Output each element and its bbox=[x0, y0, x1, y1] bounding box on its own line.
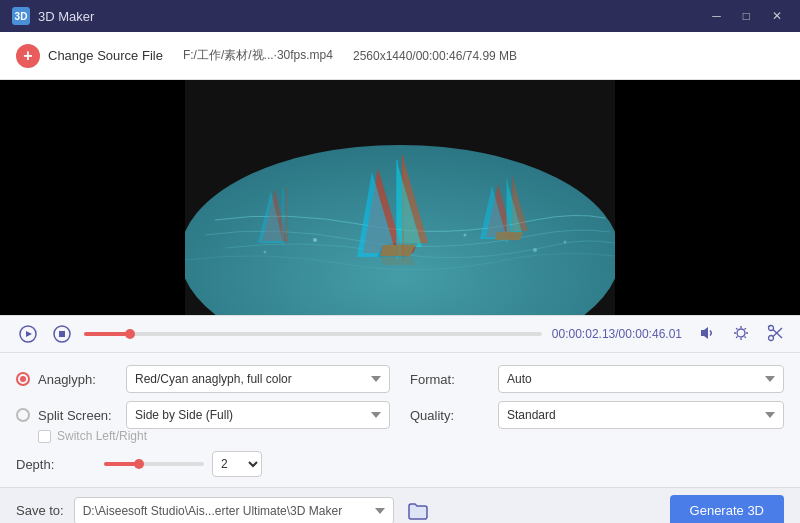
app-title: 3D Maker bbox=[38, 9, 94, 24]
svg-point-26 bbox=[464, 234, 467, 237]
quality-row: Quality: Standard bbox=[410, 401, 784, 429]
controls-area: Anaglyph: Red/Cyan anaglyph, full color … bbox=[0, 353, 800, 487]
svg-marker-22 bbox=[380, 254, 415, 265]
split-select[interactable]: Side by Side (Full) bbox=[126, 401, 390, 429]
svg-line-38 bbox=[773, 329, 782, 338]
svg-point-25 bbox=[313, 238, 317, 242]
time-display: 00:00:02.13/00:00:46.01 bbox=[552, 327, 682, 341]
video-preview-area bbox=[0, 80, 800, 315]
minimize-button[interactable]: ─ bbox=[706, 7, 727, 25]
close-button[interactable]: ✕ bbox=[766, 7, 788, 25]
depth-select[interactable]: 2 bbox=[212, 451, 262, 477]
app-icon: 3D bbox=[12, 7, 30, 25]
volume-button[interactable] bbox=[698, 324, 716, 345]
progress-fill bbox=[84, 332, 130, 336]
cut-button[interactable] bbox=[766, 324, 784, 345]
video-preview bbox=[185, 80, 615, 315]
svg-line-37 bbox=[773, 328, 782, 337]
switch-checkbox[interactable] bbox=[38, 430, 51, 443]
maximize-button[interactable]: □ bbox=[737, 7, 756, 25]
svg-point-35 bbox=[769, 335, 774, 340]
switch-label: Switch Left/Right bbox=[57, 429, 147, 443]
quality-label: Quality: bbox=[410, 408, 490, 423]
depth-slider[interactable] bbox=[104, 462, 204, 466]
save-label: Save to: bbox=[16, 503, 64, 518]
anaglyph-label: Anaglyph: bbox=[38, 372, 118, 387]
anaglyph-row: Anaglyph: Red/Cyan anaglyph, full color bbox=[16, 365, 390, 393]
depth-row: Depth: 2 bbox=[16, 451, 390, 477]
add-icon: + bbox=[16, 44, 40, 68]
split-screen-row: Split Screen: Side by Side (Full) bbox=[16, 401, 390, 429]
progress-bar[interactable] bbox=[84, 332, 542, 336]
transport-bar: 00:00:02.13/00:00:46.01 bbox=[0, 315, 800, 353]
svg-marker-17 bbox=[495, 232, 523, 240]
video-canvas bbox=[185, 80, 615, 315]
left-controls: Anaglyph: Red/Cyan anaglyph, full color … bbox=[16, 365, 390, 477]
generate-button[interactable]: Generate 3D bbox=[670, 495, 784, 524]
anaglyph-select[interactable]: Red/Cyan anaglyph, full color bbox=[126, 365, 390, 393]
settings-button[interactable] bbox=[732, 324, 750, 345]
file-meta: 2560x1440/00:00:46/74.99 MB bbox=[353, 49, 517, 63]
format-select[interactable]: Auto bbox=[498, 365, 784, 393]
svg-point-28 bbox=[264, 251, 267, 254]
change-source-label: Change Source File bbox=[48, 48, 163, 63]
top-toolbar: + Change Source File F:/工作/素材/视...·30fps… bbox=[0, 32, 800, 80]
window-controls: ─ □ ✕ bbox=[706, 7, 788, 25]
switch-row: Switch Left/Right bbox=[38, 429, 390, 443]
depth-knob[interactable] bbox=[134, 459, 144, 469]
quality-select[interactable]: Standard bbox=[498, 401, 784, 429]
svg-marker-34 bbox=[701, 327, 708, 339]
svg-point-36 bbox=[769, 325, 774, 330]
anaglyph-radio[interactable] bbox=[16, 372, 30, 386]
play-button[interactable] bbox=[16, 322, 40, 346]
right-controls: Format: Auto Quality: Standard bbox=[410, 365, 784, 477]
depth-label: Depth: bbox=[16, 457, 96, 472]
svg-point-27 bbox=[533, 248, 537, 252]
svg-marker-31 bbox=[26, 331, 32, 337]
svg-point-29 bbox=[564, 241, 567, 244]
browse-folder-button[interactable] bbox=[404, 497, 432, 524]
format-row: Format: Auto bbox=[410, 365, 784, 393]
title-bar: 3D 3D Maker ─ □ ✕ bbox=[0, 0, 800, 32]
split-label: Split Screen: bbox=[38, 408, 118, 423]
file-path: F:/工作/素材/视...·30fps.mp4 bbox=[183, 47, 333, 64]
split-radio[interactable] bbox=[16, 408, 30, 422]
progress-knob[interactable] bbox=[125, 329, 135, 339]
bottom-bar: Save to: D:\Aiseesoft Studio\Ais...erter… bbox=[0, 487, 800, 523]
change-source-button[interactable]: + Change Source File bbox=[16, 44, 163, 68]
svg-rect-33 bbox=[59, 331, 65, 337]
save-path-select[interactable]: D:\Aiseesoft Studio\Ais...erter Ultimate… bbox=[74, 497, 394, 524]
stop-button[interactable] bbox=[50, 322, 74, 346]
format-label: Format: bbox=[410, 372, 490, 387]
